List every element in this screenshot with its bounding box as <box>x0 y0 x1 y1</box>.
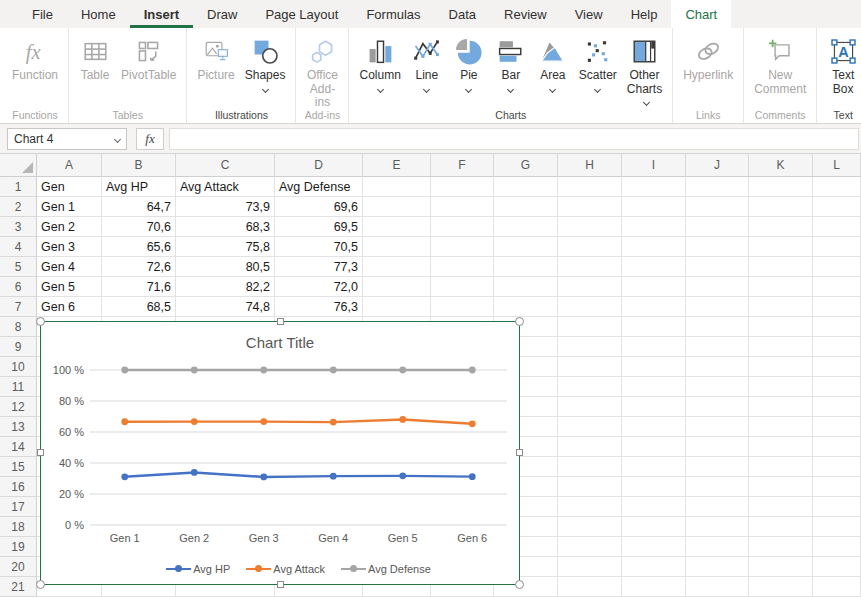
cell-E7[interactable] <box>363 297 431 317</box>
cell-K3[interactable] <box>749 217 813 237</box>
cell-L5[interactable] <box>813 257 861 277</box>
cell-J6[interactable] <box>686 277 749 297</box>
cell-I1[interactable] <box>622 177 686 197</box>
row-header-17[interactable]: 17 <box>0 497 37 517</box>
column-header-H[interactable]: H <box>558 154 622 177</box>
cell-K15[interactable] <box>749 457 813 477</box>
cell-I18[interactable] <box>622 517 686 537</box>
cell-C4[interactable]: 75,8 <box>176 237 275 257</box>
cell-J20[interactable] <box>686 557 749 577</box>
cell-K6[interactable] <box>749 277 813 297</box>
chart-handle-n[interactable] <box>277 318 284 325</box>
cell-K4[interactable] <box>749 237 813 257</box>
bar-button[interactable]: Bar <box>490 31 532 97</box>
tab-review[interactable]: Review <box>490 0 561 28</box>
text-box-button[interactable]: AText Box <box>822 31 861 96</box>
cell-L19[interactable] <box>813 537 861 557</box>
cell-I6[interactable] <box>622 277 686 297</box>
row-header-10[interactable]: 10 <box>0 357 37 377</box>
cell-H8[interactable] <box>558 317 622 337</box>
cell-I7[interactable] <box>622 297 686 317</box>
cell-D3[interactable]: 69,5 <box>275 217 363 237</box>
cell-C7[interactable]: 74,8 <box>176 297 275 317</box>
column-header-J[interactable]: J <box>686 154 749 177</box>
cell-K21[interactable] <box>749 577 813 597</box>
cell-D2[interactable]: 69,6 <box>275 197 363 217</box>
chart-handle-nw[interactable] <box>36 317 45 326</box>
column-header-F[interactable]: F <box>431 154 494 177</box>
cell-F5[interactable] <box>431 257 494 277</box>
cell-J21[interactable] <box>686 577 749 597</box>
cell-I14[interactable] <box>622 437 686 457</box>
name-box[interactable]: Chart 4 <box>7 128 127 150</box>
cell-I2[interactable] <box>622 197 686 217</box>
tab-file[interactable]: File <box>18 0 67 28</box>
cell-A7[interactable]: Gen 6 <box>37 297 102 317</box>
chart-handle-sw[interactable] <box>36 580 45 589</box>
tab-draw[interactable]: Draw <box>193 0 251 28</box>
row-header-9[interactable]: 9 <box>0 337 37 357</box>
cell-L6[interactable] <box>813 277 861 297</box>
cell-K11[interactable] <box>749 377 813 397</box>
cell-G5[interactable] <box>494 257 558 277</box>
cell-I4[interactable] <box>622 237 686 257</box>
cell-E2[interactable] <box>363 197 431 217</box>
column-header-K[interactable]: K <box>749 154 813 177</box>
cell-H18[interactable] <box>558 517 622 537</box>
cell-J12[interactable] <box>686 397 749 417</box>
tab-data[interactable]: Data <box>435 0 490 28</box>
cell-E5[interactable] <box>363 257 431 277</box>
cell-D6[interactable]: 72,0 <box>275 277 363 297</box>
row-header-16[interactable]: 16 <box>0 477 37 497</box>
cell-B2[interactable]: 64,7 <box>102 197 176 217</box>
cell-L7[interactable] <box>813 297 861 317</box>
cell-I11[interactable] <box>622 377 686 397</box>
cell-I15[interactable] <box>622 457 686 477</box>
cell-H19[interactable] <box>558 537 622 557</box>
cell-G2[interactable] <box>494 197 558 217</box>
cell-H1[interactable] <box>558 177 622 197</box>
cell-L9[interactable] <box>813 337 861 357</box>
cell-L16[interactable] <box>813 477 861 497</box>
cell-L13[interactable] <box>813 417 861 437</box>
cell-L15[interactable] <box>813 457 861 477</box>
chart-handle-e[interactable] <box>516 449 523 456</box>
cell-C2[interactable]: 73,9 <box>176 197 275 217</box>
cell-H5[interactable] <box>558 257 622 277</box>
cell-H20[interactable] <box>558 557 622 577</box>
cell-F6[interactable] <box>431 277 494 297</box>
cell-C5[interactable]: 80,5 <box>176 257 275 277</box>
row-header-7[interactable]: 7 <box>0 297 37 317</box>
cell-D7[interactable]: 76,3 <box>275 297 363 317</box>
tab-chart-contextual[interactable]: Chart <box>671 0 731 28</box>
cell-B5[interactable]: 72,6 <box>102 257 176 277</box>
chart-handle-w[interactable] <box>37 449 44 456</box>
tab-insert[interactable]: Insert <box>130 0 193 28</box>
area-button[interactable]: Area <box>532 31 574 97</box>
shapes-button[interactable]: Shapes <box>240 31 291 97</box>
cell-H10[interactable] <box>558 357 622 377</box>
cell-G4[interactable] <box>494 237 558 257</box>
row-header-11[interactable]: 11 <box>0 377 37 397</box>
row-header-8[interactable]: 8 <box>0 317 37 337</box>
cell-E6[interactable] <box>363 277 431 297</box>
cell-H11[interactable] <box>558 377 622 397</box>
chart-handle-ne[interactable] <box>515 317 524 326</box>
cell-H4[interactable] <box>558 237 622 257</box>
row-header-5[interactable]: 5 <box>0 257 37 277</box>
cell-I21[interactable] <box>622 577 686 597</box>
cell-K12[interactable] <box>749 397 813 417</box>
cell-K9[interactable] <box>749 337 813 357</box>
column-header-L[interactable]: L <box>813 154 861 177</box>
cell-K14[interactable] <box>749 437 813 457</box>
cell-K17[interactable] <box>749 497 813 517</box>
tab-formulas[interactable]: Formulas <box>352 0 434 28</box>
row-header-4[interactable]: 4 <box>0 237 37 257</box>
cell-J15[interactable] <box>686 457 749 477</box>
cell-F2[interactable] <box>431 197 494 217</box>
row-header-12[interactable]: 12 <box>0 397 37 417</box>
row-header-19[interactable]: 19 <box>0 537 37 557</box>
cell-D1[interactable]: Avg Defense <box>275 177 363 197</box>
cell-I19[interactable] <box>622 537 686 557</box>
tab-help[interactable]: Help <box>617 0 672 28</box>
